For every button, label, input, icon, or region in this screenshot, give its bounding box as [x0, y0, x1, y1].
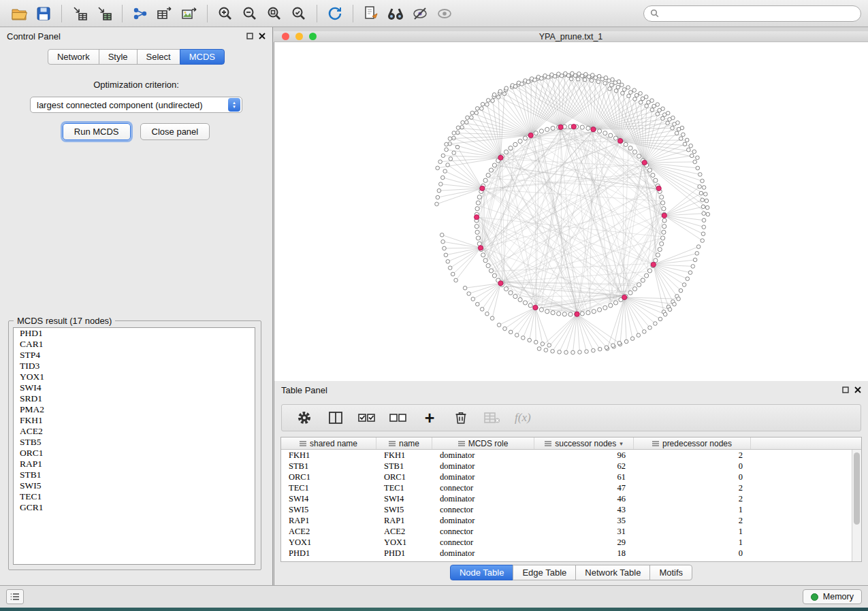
export-image-icon[interactable]: [177, 3, 202, 24]
tab-mcds[interactable]: MCDS: [180, 49, 225, 65]
tab-style[interactable]: Style: [99, 49, 138, 65]
open-folder-icon[interactable]: [7, 3, 31, 24]
mcds-result-item[interactable]: CAR1: [14, 339, 255, 350]
deselect-all-rows-icon[interactable]: [389, 409, 407, 427]
table-cell: connector: [432, 482, 534, 493]
mcds-result-item[interactable]: SWI5: [14, 480, 255, 491]
table-row[interactable]: STB1STB1dominator620: [281, 461, 852, 472]
table-cell: dominator: [432, 493, 534, 504]
application-window: Control Panel NetworkStyleSelectMCDS Opt…: [0, 0, 868, 608]
table-panel-title: Table Panel: [281, 385, 327, 395]
column-header[interactable]: shared name: [281, 437, 376, 449]
mcds-result-item[interactable]: PMA2: [14, 404, 255, 415]
table-cell: 2: [634, 515, 751, 526]
tab-motifs[interactable]: Motifs: [649, 565, 692, 580]
mcds-result-item[interactable]: TEC1: [14, 491, 255, 502]
save-icon[interactable]: [31, 3, 56, 24]
close-panel-button[interactable]: Close panel: [140, 123, 210, 140]
network-window-title: YPA_prune.txt_1: [274, 32, 868, 42]
column-header[interactable]: name: [376, 437, 432, 449]
search-input[interactable]: [663, 9, 854, 18]
mcds-result-item[interactable]: RAP1: [14, 459, 255, 469]
table-cell: ORC1: [281, 472, 376, 482]
memory-button[interactable]: Memory: [803, 589, 862, 604]
column-label: successor nodes: [555, 439, 616, 448]
export-network-icon[interactable]: [128, 3, 152, 24]
tab-edge-table[interactable]: Edge Table: [513, 565, 576, 580]
mcds-result-item[interactable]: GCR1: [14, 502, 255, 513]
memory-label: Memory: [823, 592, 854, 601]
refresh-icon[interactable]: [323, 3, 347, 24]
mcds-result-item[interactable]: SWI4: [14, 382, 255, 393]
column-header[interactable]: predecessor nodes: [634, 437, 751, 449]
search-field[interactable]: [643, 5, 861, 22]
zoom-out-icon[interactable]: [238, 3, 262, 24]
node-table[interactable]: shared namenameMCDS rolesuccessor nodes▾…: [280, 437, 862, 562]
scrollbar-thumb[interactable]: [854, 452, 860, 525]
function-builder-icon: f(x): [515, 411, 531, 425]
table-settings-gear-icon[interactable]: [295, 409, 313, 427]
mcds-result-item[interactable]: STB5: [14, 437, 255, 448]
table-row[interactable]: FKH1FKH1dominator962: [281, 450, 852, 461]
show-columns-icon[interactable]: [327, 409, 344, 427]
table-row[interactable]: ORC1ORC1dominator610: [281, 472, 852, 482]
table-cell: TEC1: [281, 482, 376, 493]
mcds-result-item[interactable]: STP4: [14, 350, 255, 361]
tab-node-table[interactable]: Node Table: [450, 565, 514, 580]
table-vertical-scrollbar[interactable]: [852, 450, 861, 561]
table-cell: 61: [534, 472, 634, 482]
table-row[interactable]: PHD1PHD1dominator180: [281, 548, 852, 559]
table-row[interactable]: RAP1RAP1dominator352: [281, 515, 852, 526]
toolbar-separator: [317, 5, 317, 22]
select-all-rows-icon[interactable]: [358, 409, 376, 427]
export-table-icon[interactable]: [152, 3, 177, 24]
hide-style-icon[interactable]: [408, 3, 432, 24]
table-body: FKH1FKH1dominator962STB1STB1dominator620…: [281, 450, 852, 561]
search-network-icon[interactable]: [383, 3, 408, 24]
add-column-icon[interactable]: +: [421, 409, 438, 427]
mcds-result-item[interactable]: SRD1: [14, 393, 255, 404]
table-row[interactable]: ACE2ACE2connector311: [281, 526, 852, 537]
mcds-result-item[interactable]: STB1: [14, 469, 255, 480]
mcds-result-item[interactable]: YOX1: [14, 371, 255, 382]
table-row[interactable]: YOX1YOX1connector291: [281, 537, 852, 548]
column-header[interactable]: successor nodes▾: [534, 437, 634, 449]
import-network-file-icon[interactable]: [67, 3, 92, 24]
toolbar-separator: [61, 5, 62, 22]
float-panel-icon[interactable]: [246, 33, 253, 39]
tab-network-table[interactable]: Network Table: [575, 565, 650, 580]
import-table-file-icon[interactable]: [92, 3, 116, 24]
float-panel-icon[interactable]: [842, 386, 849, 393]
table-cell: 18: [534, 548, 634, 559]
table-row[interactable]: SWI4SWI4dominator462: [281, 493, 852, 504]
table-row[interactable]: TEC1TEC1connector472: [281, 482, 852, 493]
share-document-icon[interactable]: [359, 3, 383, 24]
table-cell: FKH1: [281, 450, 376, 461]
network-window-titlebar[interactable]: YPA_prune.txt_1: [274, 31, 868, 42]
delete-column-icon[interactable]: [452, 409, 470, 427]
task-history-icon[interactable]: [6, 589, 24, 604]
close-panel-icon[interactable]: [854, 386, 861, 393]
mcds-result-item[interactable]: ACE2: [14, 426, 255, 437]
close-panel-icon[interactable]: [259, 33, 266, 39]
network-canvas[interactable]: [274, 42, 868, 381]
table-row[interactable]: SWI5SWI5connector431: [281, 504, 852, 515]
tab-select[interactable]: Select: [137, 49, 180, 65]
network-graph[interactable]: [274, 42, 868, 381]
tab-network[interactable]: Network: [48, 49, 99, 65]
column-menu-chevron-icon[interactable]: ▾: [620, 440, 623, 447]
mcds-result-item[interactable]: ORC1: [14, 448, 255, 459]
column-header[interactable]: MCDS role: [432, 437, 534, 449]
zoom-in-icon[interactable]: [213, 3, 238, 24]
mcds-result-item[interactable]: PHD1: [14, 328, 255, 339]
mcds-result-list[interactable]: PHD1CAR1STP4TID3YOX1SWI4SRD1PMA2FKH1ACE2…: [13, 327, 255, 565]
zoom-fit-icon[interactable]: [262, 3, 287, 24]
toolbar-separator: [353, 5, 353, 22]
show-hide-icon[interactable]: [432, 3, 457, 24]
table-cell: dominator: [432, 515, 534, 526]
mcds-result-item[interactable]: TID3: [14, 361, 255, 371]
zoom-selected-icon[interactable]: [287, 3, 311, 24]
mcds-result-item[interactable]: FKH1: [14, 415, 255, 426]
run-mcds-button[interactable]: Run MCDS: [63, 123, 131, 140]
optimization-criterion-dropdown[interactable]: largest connected component (undirected)…: [30, 97, 242, 113]
